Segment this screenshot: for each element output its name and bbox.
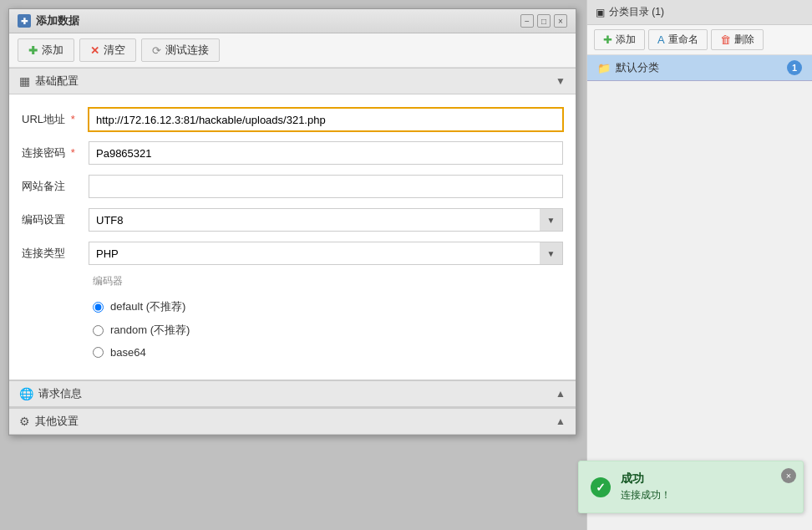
toast-title: 成功 (621, 471, 774, 487)
encoder-default-label[interactable]: default (不推荐) (110, 299, 185, 314)
category-item-left: 📁 默认分类 (597, 60, 659, 75)
clear-button[interactable]: ✕ 清空 (79, 38, 136, 62)
encoding-select-wrapper: UTF8 UTF-16 GBK GB2312 ▼ (89, 208, 563, 232)
password-input[interactable] (89, 141, 563, 165)
other-settings-section: ⚙ 其他设置 ▲ (9, 407, 576, 435)
connection-type-label: 连接类型 (22, 246, 89, 261)
encoder-default-row: default (不推荐) (93, 295, 563, 319)
test-connection-button[interactable]: ⟳ 测试连接 (141, 38, 220, 62)
right-panel: ▣ 分类目录 (1) ✚ 添加 A 重命名 🗑 删除 📁 默认分类 1 (586, 0, 812, 530)
note-row: 网站备注 (9, 170, 576, 203)
encoder-label: 编码器 (93, 274, 563, 288)
note-input[interactable] (89, 175, 563, 198)
toast-message: 连接成功！ (621, 488, 774, 502)
encoding-select[interactable]: UTF8 UTF-16 GBK GB2312 (89, 208, 563, 232)
basic-config-label: 基础配置 (35, 74, 79, 89)
dialog-controls: − □ × (520, 14, 567, 28)
other-settings-label: 其他设置 (35, 414, 79, 429)
right-delete-button[interactable]: 🗑 删除 (711, 29, 764, 50)
folder-icon: ▣ (596, 7, 605, 18)
password-required: * (71, 146, 75, 159)
other-settings-icon: ⚙ (19, 415, 30, 428)
url-required: * (71, 113, 75, 125)
toast-check-icon: ✓ (591, 477, 611, 497)
dialog-toolbar: ✚ 添加 ✕ 清空 ⟳ 测试连接 (9, 33, 576, 68)
form-scrollable[interactable]: URL地址 * 连接密码 * 网站备注 (9, 94, 576, 380)
basic-config-icon: ▦ (19, 74, 30, 88)
add-icon: ✚ (28, 44, 38, 57)
add-button[interactable]: ✚ 添加 (18, 38, 74, 62)
right-panel-toolbar: ✚ 添加 A 重命名 🗑 删除 (587, 25, 812, 55)
encoding-label: 编码设置 (22, 212, 89, 227)
delete-icon: 🗑 (720, 33, 731, 46)
clear-icon: ✕ (90, 44, 99, 57)
url-label: URL地址 * (22, 112, 89, 127)
dialog-title-text: 添加数据 (36, 13, 79, 28)
toast-notification: ✓ × 成功 连接成功！ (578, 461, 804, 513)
password-row: 连接密码 * (9, 136, 576, 170)
other-settings-collapse-icon: ▲ (556, 415, 566, 427)
request-info-label: 请求信息 (38, 386, 82, 401)
test-icon: ⟳ (152, 44, 161, 57)
request-info-section-header[interactable]: 🌐 请求信息 ▲ (9, 380, 576, 407)
request-info-icon: 🌐 (19, 387, 33, 400)
category-badge: 1 (787, 60, 802, 75)
url-input[interactable] (89, 108, 563, 131)
section-header-left: ▦ 基础配置 (19, 74, 79, 89)
form-content: URL地址 * 连接密码 * 网站备注 (9, 94, 576, 380)
collapse-icon: ▼ (556, 75, 566, 87)
category-item[interactable]: 📁 默认分类 1 (587, 55, 812, 81)
encoder-random-label[interactable]: random (不推荐) (110, 323, 190, 338)
category-folder-icon: 📁 (597, 62, 611, 74)
request-info-section: 🌐 请求信息 ▲ (9, 380, 576, 407)
right-rename-button[interactable]: A 重命名 (648, 29, 708, 50)
note-label: 网站备注 (22, 179, 89, 194)
basic-config-section-header[interactable]: ▦ 基础配置 ▼ (9, 68, 576, 94)
request-info-header-left: 🌐 请求信息 (19, 386, 82, 401)
encoder-base64-label[interactable]: base64 (110, 346, 146, 359)
other-settings-section-header[interactable]: ⚙ 其他设置 ▲ (9, 408, 576, 435)
right-add-button[interactable]: ✚ 添加 (594, 29, 645, 50)
category-name: 默认分类 (616, 60, 659, 75)
add-icon: ✚ (603, 33, 612, 46)
right-panel-header: ▣ 分类目录 (1) (587, 0, 812, 25)
password-label: 连接密码 * (22, 145, 89, 161)
dialog-titlebar: ✚ 添加数据 − □ × (9, 9, 576, 33)
minimize-button[interactable]: − (520, 14, 534, 28)
toast-close-button[interactable]: × (781, 468, 796, 483)
close-button[interactable]: × (554, 14, 567, 28)
connection-type-select-wrapper: PHP ASP ASPX JSP ▼ (89, 242, 563, 265)
dialog-title-icon: ✚ (18, 14, 31, 28)
url-row: URL地址 * (9, 103, 576, 136)
encoder-random-radio[interactable] (93, 325, 104, 336)
add-data-dialog: ✚ 添加数据 − □ × ✚ 添加 ✕ 清空 ⟳ 测试连接 ▦ 基础配置 ▼ (8, 8, 576, 436)
encoder-base64-row: base64 (93, 342, 563, 363)
dialog-title: ✚ 添加数据 (18, 13, 79, 28)
encoder-random-row: random (不推荐) (93, 319, 563, 342)
connection-type-row: 连接类型 PHP ASP ASPX JSP ▼ (9, 237, 576, 270)
encoder-section: 编码器 default (不推荐) random (不推荐) base64 (9, 270, 576, 371)
maximize-button[interactable]: □ (537, 14, 551, 28)
encoder-default-radio[interactable] (93, 302, 104, 313)
rename-icon: A (657, 33, 665, 46)
right-panel-title: 分类目录 (1) (609, 5, 664, 19)
request-info-collapse-icon: ▲ (556, 388, 566, 400)
encoding-row: 编码设置 UTF8 UTF-16 GBK GB2312 ▼ (9, 203, 576, 237)
connection-type-select[interactable]: PHP ASP ASPX JSP (89, 242, 563, 265)
other-settings-header-left: ⚙ 其他设置 (19, 414, 79, 429)
encoder-base64-radio[interactable] (93, 347, 104, 358)
